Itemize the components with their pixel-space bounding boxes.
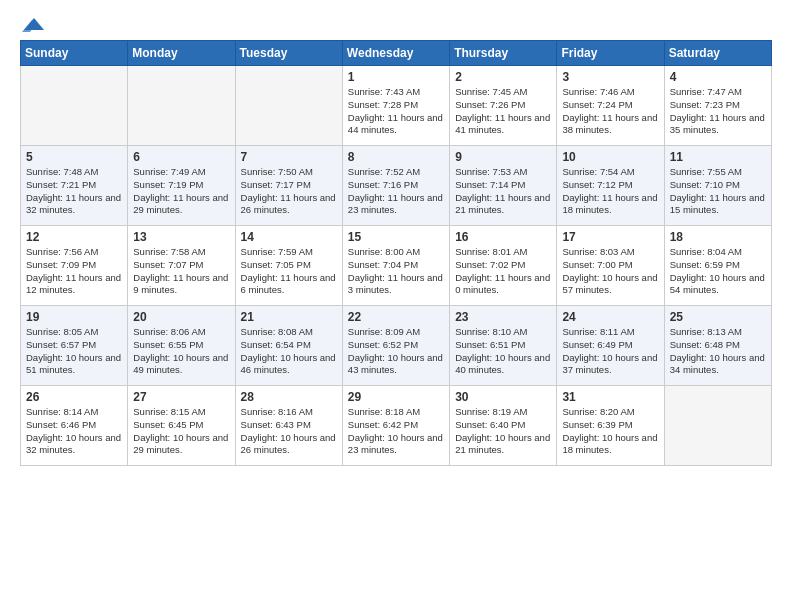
day-info: Sunrise: 7:52 AMSunset: 7:16 PMDaylight:… — [348, 166, 443, 215]
day-number: 30 — [455, 390, 551, 404]
day-info: Sunrise: 7:56 AMSunset: 7:09 PMDaylight:… — [26, 246, 121, 295]
calendar-table: SundayMondayTuesdayWednesdayThursdayFrid… — [20, 40, 772, 466]
day-info: Sunrise: 8:11 AMSunset: 6:49 PMDaylight:… — [562, 326, 657, 375]
day-number: 17 — [562, 230, 658, 244]
day-number: 25 — [670, 310, 766, 324]
day-number: 28 — [241, 390, 337, 404]
calendar-cell: 9Sunrise: 7:53 AMSunset: 7:14 PMDaylight… — [450, 146, 557, 226]
calendar-cell: 20Sunrise: 8:06 AMSunset: 6:55 PMDayligh… — [128, 306, 235, 386]
day-number: 24 — [562, 310, 658, 324]
day-info: Sunrise: 8:19 AMSunset: 6:40 PMDaylight:… — [455, 406, 550, 455]
day-number: 2 — [455, 70, 551, 84]
day-number: 15 — [348, 230, 444, 244]
calendar-cell: 26Sunrise: 8:14 AMSunset: 6:46 PMDayligh… — [21, 386, 128, 466]
weekday-header-row: SundayMondayTuesdayWednesdayThursdayFrid… — [21, 41, 772, 66]
day-number: 9 — [455, 150, 551, 164]
calendar-cell: 24Sunrise: 8:11 AMSunset: 6:49 PMDayligh… — [557, 306, 664, 386]
header — [20, 16, 772, 30]
day-number: 10 — [562, 150, 658, 164]
day-info: Sunrise: 7:59 AMSunset: 7:05 PMDaylight:… — [241, 246, 336, 295]
weekday-header-sunday: Sunday — [21, 41, 128, 66]
day-number: 12 — [26, 230, 122, 244]
calendar-cell: 14Sunrise: 7:59 AMSunset: 7:05 PMDayligh… — [235, 226, 342, 306]
calendar-cell: 17Sunrise: 8:03 AMSunset: 7:00 PMDayligh… — [557, 226, 664, 306]
day-info: Sunrise: 7:50 AMSunset: 7:17 PMDaylight:… — [241, 166, 336, 215]
day-number: 16 — [455, 230, 551, 244]
day-info: Sunrise: 8:10 AMSunset: 6:51 PMDaylight:… — [455, 326, 550, 375]
calendar-cell: 3Sunrise: 7:46 AMSunset: 7:24 PMDaylight… — [557, 66, 664, 146]
day-info: Sunrise: 8:01 AMSunset: 7:02 PMDaylight:… — [455, 246, 550, 295]
day-number: 22 — [348, 310, 444, 324]
calendar-cell: 16Sunrise: 8:01 AMSunset: 7:02 PMDayligh… — [450, 226, 557, 306]
day-number: 27 — [133, 390, 229, 404]
logo — [20, 16, 44, 30]
day-info: Sunrise: 8:08 AMSunset: 6:54 PMDaylight:… — [241, 326, 336, 375]
day-info: Sunrise: 8:09 AMSunset: 6:52 PMDaylight:… — [348, 326, 443, 375]
day-info: Sunrise: 8:06 AMSunset: 6:55 PMDaylight:… — [133, 326, 228, 375]
day-number: 11 — [670, 150, 766, 164]
weekday-header-tuesday: Tuesday — [235, 41, 342, 66]
day-number: 1 — [348, 70, 444, 84]
calendar-cell: 30Sunrise: 8:19 AMSunset: 6:40 PMDayligh… — [450, 386, 557, 466]
calendar-week-row: 19Sunrise: 8:05 AMSunset: 6:57 PMDayligh… — [21, 306, 772, 386]
day-info: Sunrise: 8:05 AMSunset: 6:57 PMDaylight:… — [26, 326, 121, 375]
day-number: 6 — [133, 150, 229, 164]
weekday-header-wednesday: Wednesday — [342, 41, 449, 66]
day-info: Sunrise: 8:13 AMSunset: 6:48 PMDaylight:… — [670, 326, 765, 375]
day-info: Sunrise: 7:58 AMSunset: 7:07 PMDaylight:… — [133, 246, 228, 295]
day-info: Sunrise: 7:43 AMSunset: 7:28 PMDaylight:… — [348, 86, 443, 135]
calendar-cell: 13Sunrise: 7:58 AMSunset: 7:07 PMDayligh… — [128, 226, 235, 306]
calendar-cell: 29Sunrise: 8:18 AMSunset: 6:42 PMDayligh… — [342, 386, 449, 466]
calendar-cell: 1Sunrise: 7:43 AMSunset: 7:28 PMDaylight… — [342, 66, 449, 146]
day-number: 8 — [348, 150, 444, 164]
calendar-cell: 27Sunrise: 8:15 AMSunset: 6:45 PMDayligh… — [128, 386, 235, 466]
calendar-cell: 6Sunrise: 7:49 AMSunset: 7:19 PMDaylight… — [128, 146, 235, 226]
day-number: 13 — [133, 230, 229, 244]
weekday-header-thursday: Thursday — [450, 41, 557, 66]
calendar-cell: 4Sunrise: 7:47 AMSunset: 7:23 PMDaylight… — [664, 66, 771, 146]
calendar-cell: 2Sunrise: 7:45 AMSunset: 7:26 PMDaylight… — [450, 66, 557, 146]
day-number: 14 — [241, 230, 337, 244]
calendar-week-row: 26Sunrise: 8:14 AMSunset: 6:46 PMDayligh… — [21, 386, 772, 466]
day-info: Sunrise: 8:20 AMSunset: 6:39 PMDaylight:… — [562, 406, 657, 455]
calendar-cell — [21, 66, 128, 146]
day-number: 20 — [133, 310, 229, 324]
calendar-cell: 23Sunrise: 8:10 AMSunset: 6:51 PMDayligh… — [450, 306, 557, 386]
day-info: Sunrise: 7:49 AMSunset: 7:19 PMDaylight:… — [133, 166, 228, 215]
calendar-cell: 8Sunrise: 7:52 AMSunset: 7:16 PMDaylight… — [342, 146, 449, 226]
calendar-cell: 28Sunrise: 8:16 AMSunset: 6:43 PMDayligh… — [235, 386, 342, 466]
weekday-header-friday: Friday — [557, 41, 664, 66]
calendar-cell: 19Sunrise: 8:05 AMSunset: 6:57 PMDayligh… — [21, 306, 128, 386]
logo-icon — [22, 16, 44, 32]
day-info: Sunrise: 8:14 AMSunset: 6:46 PMDaylight:… — [26, 406, 121, 455]
day-number: 18 — [670, 230, 766, 244]
calendar-cell: 21Sunrise: 8:08 AMSunset: 6:54 PMDayligh… — [235, 306, 342, 386]
day-number: 21 — [241, 310, 337, 324]
calendar-week-row: 5Sunrise: 7:48 AMSunset: 7:21 PMDaylight… — [21, 146, 772, 226]
day-number: 23 — [455, 310, 551, 324]
day-info: Sunrise: 7:45 AMSunset: 7:26 PMDaylight:… — [455, 86, 550, 135]
day-info: Sunrise: 7:53 AMSunset: 7:14 PMDaylight:… — [455, 166, 550, 215]
calendar-week-row: 12Sunrise: 7:56 AMSunset: 7:09 PMDayligh… — [21, 226, 772, 306]
day-info: Sunrise: 8:18 AMSunset: 6:42 PMDaylight:… — [348, 406, 443, 455]
day-number: 5 — [26, 150, 122, 164]
day-info: Sunrise: 8:03 AMSunset: 7:00 PMDaylight:… — [562, 246, 657, 295]
calendar-cell: 15Sunrise: 8:00 AMSunset: 7:04 PMDayligh… — [342, 226, 449, 306]
weekday-header-saturday: Saturday — [664, 41, 771, 66]
calendar-cell: 31Sunrise: 8:20 AMSunset: 6:39 PMDayligh… — [557, 386, 664, 466]
calendar-cell: 5Sunrise: 7:48 AMSunset: 7:21 PMDaylight… — [21, 146, 128, 226]
day-number: 19 — [26, 310, 122, 324]
day-number: 31 — [562, 390, 658, 404]
calendar-week-row: 1Sunrise: 7:43 AMSunset: 7:28 PMDaylight… — [21, 66, 772, 146]
calendar-cell: 25Sunrise: 8:13 AMSunset: 6:48 PMDayligh… — [664, 306, 771, 386]
day-number: 3 — [562, 70, 658, 84]
day-info: Sunrise: 8:04 AMSunset: 6:59 PMDaylight:… — [670, 246, 765, 295]
day-info: Sunrise: 7:54 AMSunset: 7:12 PMDaylight:… — [562, 166, 657, 215]
day-info: Sunrise: 8:16 AMSunset: 6:43 PMDaylight:… — [241, 406, 336, 455]
day-number: 4 — [670, 70, 766, 84]
calendar-cell: 11Sunrise: 7:55 AMSunset: 7:10 PMDayligh… — [664, 146, 771, 226]
calendar-cell: 10Sunrise: 7:54 AMSunset: 7:12 PMDayligh… — [557, 146, 664, 226]
day-info: Sunrise: 7:48 AMSunset: 7:21 PMDaylight:… — [26, 166, 121, 215]
day-info: Sunrise: 7:47 AMSunset: 7:23 PMDaylight:… — [670, 86, 765, 135]
day-info: Sunrise: 7:46 AMSunset: 7:24 PMDaylight:… — [562, 86, 657, 135]
